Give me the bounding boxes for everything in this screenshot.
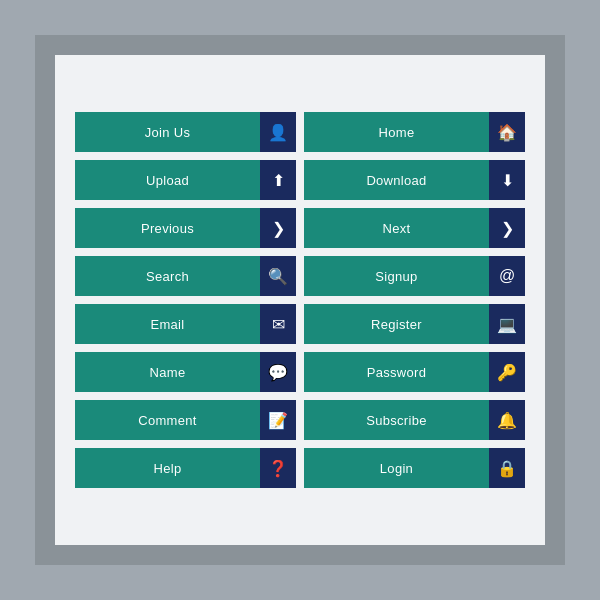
login-icon: 🔒 <box>489 448 525 488</box>
register-button[interactable]: Register💻 <box>304 304 525 344</box>
next-label: Next <box>304 208 489 248</box>
search-icon: 🔍 <box>260 256 296 296</box>
download-label: Download <box>304 160 489 200</box>
join-us-label: Join Us <box>75 112 260 152</box>
previous-label: Previous <box>75 208 260 248</box>
login-label: Login <box>304 448 489 488</box>
search-label: Search <box>75 256 260 296</box>
upload-button[interactable]: Upload⬆ <box>75 160 296 200</box>
home-icon: 🏠 <box>489 112 525 152</box>
next-button[interactable]: Next❯ <box>304 208 525 248</box>
subscribe-label: Subscribe <box>304 400 489 440</box>
register-label: Register <box>304 304 489 344</box>
register-icon: 💻 <box>489 304 525 344</box>
download-button[interactable]: Download⬇ <box>304 160 525 200</box>
upload-icon: ⬆ <box>260 160 296 200</box>
password-icon: 🔑 <box>489 352 525 392</box>
email-button[interactable]: Email✉ <box>75 304 296 344</box>
home-label: Home <box>304 112 489 152</box>
help-label: Help <box>75 448 260 488</box>
password-label: Password <box>304 352 489 392</box>
inner-panel: Join Us👤Home🏠Upload⬆Download⬇Previous❯Ne… <box>55 55 545 545</box>
signup-label: Signup <box>304 256 489 296</box>
help-button[interactable]: Help❓ <box>75 448 296 488</box>
name-button[interactable]: Name💬 <box>75 352 296 392</box>
upload-label: Upload <box>75 160 260 200</box>
search-button[interactable]: Search🔍 <box>75 256 296 296</box>
previous-icon: ❯ <box>260 208 296 248</box>
button-grid: Join Us👤Home🏠Upload⬆Download⬇Previous❯Ne… <box>75 112 525 488</box>
name-label: Name <box>75 352 260 392</box>
help-icon: ❓ <box>260 448 296 488</box>
comment-icon: 📝 <box>260 400 296 440</box>
download-icon: ⬇ <box>489 160 525 200</box>
subscribe-button[interactable]: Subscribe🔔 <box>304 400 525 440</box>
password-button[interactable]: Password🔑 <box>304 352 525 392</box>
join-us-button[interactable]: Join Us👤 <box>75 112 296 152</box>
outer-frame: Join Us👤Home🏠Upload⬆Download⬇Previous❯Ne… <box>35 35 565 565</box>
email-icon: ✉ <box>260 304 296 344</box>
previous-button[interactable]: Previous❯ <box>75 208 296 248</box>
login-button[interactable]: Login🔒 <box>304 448 525 488</box>
signup-icon: @ <box>489 256 525 296</box>
next-icon: ❯ <box>489 208 525 248</box>
email-label: Email <box>75 304 260 344</box>
join-us-icon: 👤 <box>260 112 296 152</box>
home-button[interactable]: Home🏠 <box>304 112 525 152</box>
comment-button[interactable]: Comment📝 <box>75 400 296 440</box>
signup-button[interactable]: Signup@ <box>304 256 525 296</box>
name-icon: 💬 <box>260 352 296 392</box>
subscribe-icon: 🔔 <box>489 400 525 440</box>
comment-label: Comment <box>75 400 260 440</box>
